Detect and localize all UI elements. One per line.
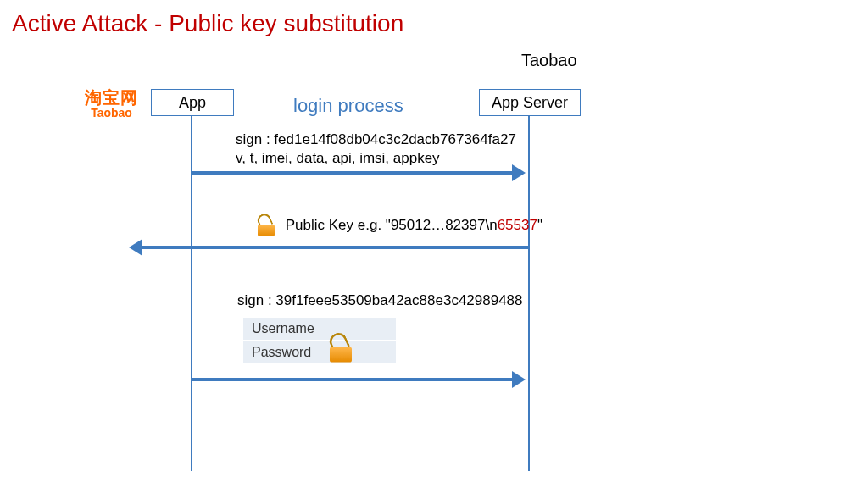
msg2-text: Public Key e.g. "95012…82397\n65537" — [256, 216, 542, 236]
msg1-line1: sign : fed1e14f08db04c3c2dacb767364fa27 — [236, 131, 516, 148]
server-caption: Taobao — [521, 51, 577, 70]
lock-icon-password — [327, 336, 353, 362]
arrow-2 — [142, 246, 528, 249]
msg1-line2: v, t, imei, data, api, imsi, appkey — [236, 150, 440, 167]
participant-server: App Server — [479, 89, 581, 116]
taobao-brand: 淘宝网 Taobao — [85, 89, 138, 119]
field-password: Password — [242, 341, 397, 364]
arrow-3 — [192, 378, 515, 381]
diagram-stage: Active Attack - Public key substitution … — [0, 0, 868, 488]
brand-cn: 淘宝网 — [85, 89, 138, 107]
field-username: Username — [242, 317, 397, 341]
arrowhead-1 — [512, 164, 526, 181]
lifeline-server — [528, 115, 530, 471]
lifeline-app — [191, 115, 192, 471]
brand-en: Taobao — [85, 107, 138, 119]
msg2-highlight: 65537 — [498, 217, 537, 233]
msg3-sign: sign : 39f1feee53509ba42ac88e3c42989488 — [237, 292, 523, 309]
slide-title: Active Attack - Public key substitution — [12, 10, 403, 37]
field-password-label: Password — [252, 345, 311, 360]
msg2-pre: Public Key e.g. "95012…82397\n — [286, 217, 498, 233]
arrowhead-2 — [129, 239, 142, 256]
center-caption: login process — [293, 95, 403, 117]
arrow-1 — [192, 171, 515, 175]
arrowhead-3 — [512, 371, 526, 388]
participant-app: App — [151, 89, 234, 116]
lock-icon — [256, 216, 276, 236]
msg2-post: " — [537, 217, 542, 233]
